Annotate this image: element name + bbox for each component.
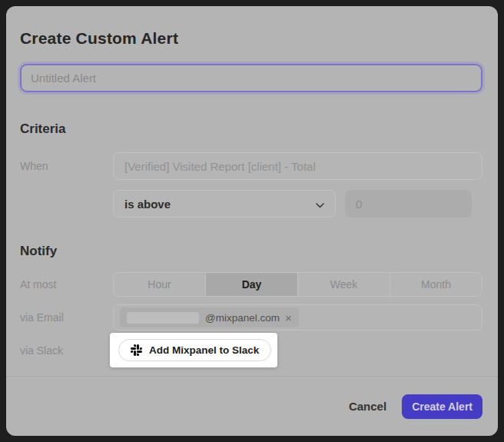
slack-row: via Slack Add Mixpanel to Sl <box>20 333 482 367</box>
create-custom-alert-dialog: Create Custom Alert Criteria When [Verif… <box>6 6 498 436</box>
segment-month[interactable]: Month <box>390 273 482 296</box>
chevron-down-icon <box>316 198 324 211</box>
operator-row: is above 0 <box>20 190 482 218</box>
redacted-email-name <box>127 312 199 324</box>
frequency-segmented-control: Hour Day Week Month <box>113 272 482 297</box>
tutorial-spotlight: Add Mixpanel to Slack <box>110 333 277 367</box>
cancel-button[interactable]: Cancel <box>349 400 386 413</box>
frequency-row: At most Hour Day Week Month <box>20 272 482 297</box>
dialog-footer: Cancel Create Alert <box>6 376 498 436</box>
threshold-input[interactable]: 0 <box>345 190 472 218</box>
slack-logo-icon <box>131 344 142 356</box>
operator-dropdown[interactable]: is above <box>113 190 336 218</box>
threshold-value: 0 <box>356 198 362 211</box>
event-field[interactable]: [Verified] Visited Report [client] - Tot… <box>113 152 482 180</box>
dialog-title: Create Custom Alert <box>20 29 482 48</box>
segment-day[interactable]: Day <box>206 273 298 296</box>
slack-button-label: Add Mixpanel to Slack <box>149 344 259 356</box>
alert-name-input[interactable] <box>20 64 482 92</box>
operator-dropdown-value: is above <box>124 198 171 211</box>
remove-email-icon[interactable]: × <box>285 312 292 324</box>
event-field-value: [Verified] Visited Report [client] - Tot… <box>124 160 316 173</box>
create-alert-button[interactable]: Create Alert <box>402 394 482 419</box>
notify-heading: Notify <box>20 244 482 259</box>
segment-week[interactable]: Week <box>298 273 390 296</box>
at-most-label: At most <box>20 278 113 291</box>
email-recipients-field[interactable]: @mixpanel.com × <box>113 304 482 331</box>
add-mixpanel-to-slack-button[interactable]: Add Mixpanel to Slack <box>118 339 271 361</box>
via-slack-label: via Slack <box>20 344 113 357</box>
email-chip-domain: @mixpanel.com <box>205 312 280 324</box>
segment-hour[interactable]: Hour <box>114 273 206 296</box>
when-label: When <box>20 160 113 172</box>
when-row: When [Verified] Visited Report [client] … <box>20 152 482 180</box>
email-chip: @mixpanel.com × <box>120 307 299 327</box>
criteria-heading: Criteria <box>20 121 482 137</box>
via-email-label: via Email <box>20 311 113 324</box>
email-row: via Email @mixpanel.com × <box>20 304 482 331</box>
